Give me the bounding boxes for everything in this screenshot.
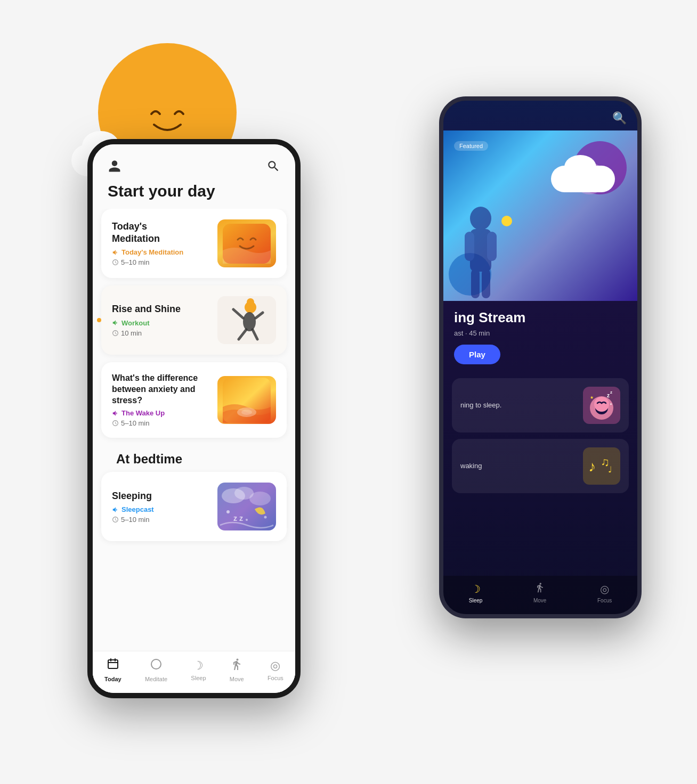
back-move-label: Move xyxy=(533,598,546,603)
featured-subtitle: ast · 45 min xyxy=(454,329,627,337)
anxiety-card-text: What's the difference between anxiety an… xyxy=(112,373,211,427)
back-nav-sleep[interactable]: ☽ Sleep xyxy=(469,583,483,603)
scroll-area: Today'sMeditation Today's Meditation 5–1… xyxy=(93,209,295,651)
active-indicator xyxy=(97,318,101,322)
svg-text:z: z xyxy=(610,390,612,395)
svg-point-0 xyxy=(470,207,491,230)
svg-point-30 xyxy=(249,492,271,505)
nav-sleep[interactable]: ☽ Sleep xyxy=(191,659,206,681)
nav-today[interactable]: Today xyxy=(104,658,121,682)
back-sleep-label: Sleep xyxy=(469,598,483,603)
meditate-icon xyxy=(150,658,163,674)
meditate-label: Meditate xyxy=(145,676,167,682)
meditation-duration: 5–10 min xyxy=(112,258,211,266)
nav-meditate[interactable]: Meditate xyxy=(145,658,167,682)
anxiety-card-image xyxy=(217,376,276,424)
sleepcast-tag: Sleepcast xyxy=(112,505,211,513)
page-title: Start your day xyxy=(93,182,295,209)
move-label: Move xyxy=(230,676,244,682)
profile-icon[interactable] xyxy=(108,159,121,177)
rise-shine-card-image xyxy=(217,296,276,344)
sleeping-title: Sleeping xyxy=(112,490,211,502)
sleep-label: Sleep xyxy=(191,675,206,681)
wakeup-tag: The Wake Up xyxy=(112,409,211,417)
anxiety-card[interactable]: What's the difference between anxiety an… xyxy=(101,362,287,438)
back-card-music[interactable]: waking ♪ ♫ ♩ xyxy=(452,439,629,493)
rise-shine-card[interactable]: Rise and Shine Workout 10 min xyxy=(101,285,287,355)
featured-banner: Featured xyxy=(443,130,637,301)
back-focus-icon: ◎ xyxy=(600,583,609,595)
bottom-nav: Today Meditate ☽ Sleep Move xyxy=(93,651,295,693)
focus-label: Focus xyxy=(268,675,283,681)
svg-point-39 xyxy=(151,659,161,669)
main-scene: 🔍 xyxy=(55,32,642,752)
back-sleep-icon: ☽ xyxy=(471,583,481,595)
meditation-card-title: Today'sMeditation xyxy=(112,220,211,246)
back-bottom-nav: ☽ Sleep Move ◎ Focus xyxy=(443,576,637,614)
back-focus-label: Focus xyxy=(597,598,612,603)
svg-text:z: z xyxy=(607,393,610,398)
anxiety-duration: 5–10 min xyxy=(112,419,211,427)
svg-rect-3 xyxy=(487,232,497,261)
sleeping-card-text: Sleeping Sleepcast 5–10 min xyxy=(112,490,211,524)
svg-rect-4 xyxy=(471,269,480,298)
move-icon xyxy=(230,658,243,674)
svg-point-19 xyxy=(243,312,256,331)
svg-point-33 xyxy=(264,516,267,519)
sleep-icon: ☽ xyxy=(193,659,204,673)
focus-icon: ◎ xyxy=(270,659,280,673)
svg-text:✦: ✦ xyxy=(610,403,612,406)
front-phone: Start your day Today'sMeditation Today's… xyxy=(87,139,301,698)
rise-duration: 10 min xyxy=(112,329,211,337)
svg-rect-5 xyxy=(482,269,490,298)
meditation-card-text: Today'sMeditation Today's Meditation 5–1… xyxy=(112,220,211,267)
meditation-card[interactable]: Today'sMeditation Today's Meditation 5–1… xyxy=(101,209,287,278)
featured-label: Featured xyxy=(454,141,488,151)
svg-text:z z: z z xyxy=(233,514,243,522)
svg-point-24 xyxy=(247,298,254,306)
rise-shine-card-text: Rise and Shine Workout 10 min xyxy=(112,303,211,337)
svg-point-27 xyxy=(241,410,252,415)
back-search-icon[interactable]: 🔍 xyxy=(612,111,627,125)
search-icon[interactable] xyxy=(266,159,280,177)
svg-rect-35 xyxy=(108,660,118,668)
back-card-sleep-img: z z ★ ✦ xyxy=(583,387,620,424)
svg-point-31 xyxy=(226,510,230,513)
meditation-tag: Today's Meditation xyxy=(112,248,211,256)
rise-shine-title: Rise and Shine xyxy=(112,303,211,315)
meditation-card-image xyxy=(217,219,276,267)
svg-rect-2 xyxy=(465,232,474,261)
nav-move[interactable]: Move xyxy=(230,658,244,682)
back-cards: ning to sleep. z z xyxy=(443,373,637,499)
sleeping-card-image: z z xyxy=(217,483,276,530)
svg-point-8 xyxy=(594,397,609,412)
svg-text:★: ★ xyxy=(590,395,594,400)
workout-tag: Workout xyxy=(112,319,211,327)
featured-title: ing Stream xyxy=(454,309,627,326)
sleeping-duration: 5–10 min xyxy=(112,516,211,524)
featured-content: ing Stream ast · 45 min Play xyxy=(443,301,637,373)
cloud-right-decoration xyxy=(551,166,615,192)
back-card-sleep-text: ning to sleep. xyxy=(460,400,583,411)
back-card-music-img: ♪ ♫ ♩ xyxy=(583,447,620,485)
svg-point-32 xyxy=(246,519,248,521)
svg-text:♪: ♪ xyxy=(588,458,596,475)
anxiety-title: What's the difference between anxiety an… xyxy=(112,373,211,406)
today-icon xyxy=(107,658,119,674)
back-nav-move[interactable]: Move xyxy=(533,582,546,603)
play-button[interactable]: Play xyxy=(454,345,500,364)
back-move-icon xyxy=(534,582,545,595)
front-header xyxy=(93,144,295,182)
back-nav-focus[interactable]: ◎ Focus xyxy=(597,583,612,603)
back-phone-header: 🔍 xyxy=(443,101,637,130)
back-card-sleep[interactable]: ning to sleep. z z xyxy=(452,378,629,432)
nav-focus[interactable]: ◎ Focus xyxy=(268,659,283,681)
back-card-music-text: waking xyxy=(460,461,583,471)
bedtime-section-title: At bedtime xyxy=(101,445,287,472)
today-label: Today xyxy=(104,676,121,682)
sleeping-card[interactable]: Sleeping Sleepcast 5–10 min xyxy=(101,472,287,541)
svg-text:♩: ♩ xyxy=(608,465,612,474)
